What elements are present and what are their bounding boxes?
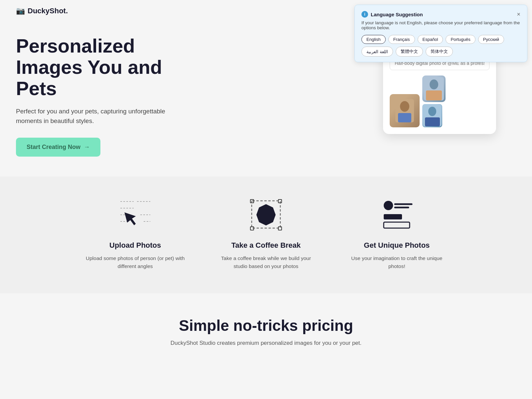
popup-header: i Language Suggestion × [361, 11, 520, 18]
language-option-简体中文[interactable]: 简体中文 [426, 47, 453, 57]
svg-point-23 [384, 201, 393, 210]
language-option-اللغة-العربية[interactable]: اللغة العربية [361, 47, 393, 57]
step-coffee-title: Take a Coffee Break [214, 241, 318, 250]
popup-body-text: If your language is not English, please … [361, 20, 520, 30]
camera-icon: 📷 [16, 7, 25, 15]
step-coffee: Take a Coffee Break Take a coffee break … [214, 197, 318, 270]
coffee-icon [246, 197, 286, 233]
language-option-português[interactable]: Português [446, 35, 475, 44]
language-options: EnglishFrançaisEspañolPortuguêsРусскийال… [361, 35, 520, 57]
close-popup-button[interactable]: × [517, 11, 520, 17]
language-option-français[interactable]: Français [388, 35, 415, 44]
svg-rect-27 [384, 222, 410, 228]
step-upload: Upload Photos Upload some photos of pers… [83, 197, 187, 270]
svg-point-1 [400, 101, 409, 112]
language-option-english[interactable]: English [361, 35, 386, 44]
svg-rect-5 [426, 90, 442, 100]
arrow-icon: → [84, 144, 90, 151]
svg-point-7 [428, 107, 436, 116]
svg-marker-16 [124, 210, 138, 227]
hero-subtitle: Perfect for you and your pets, capturing… [16, 107, 182, 126]
svg-rect-8 [425, 117, 440, 126]
info-icon: i [361, 11, 368, 18]
hero-title: Personalized Images You and Pets [16, 35, 182, 99]
pricing-subtitle: DuckyShot Studio creates premium persona… [16, 340, 516, 346]
cta-label: Start Creating Now [27, 144, 80, 151]
photo-thumb-2 [422, 75, 446, 102]
upload-icon [115, 197, 155, 233]
demo-photos [390, 75, 489, 127]
pricing-title: Simple no-tricks pricing [16, 317, 516, 334]
steps-section: Upload Photos Upload some photos of pers… [0, 177, 532, 293]
steps-grid: Upload Photos Upload some photos of pers… [83, 197, 449, 270]
step-unique: Get Unique Photos Use your imagination t… [345, 197, 449, 270]
step-unique-desc: Use your imagination to craft the unique… [345, 254, 449, 270]
step-coffee-desc: Take a coffee break while we build your … [214, 254, 318, 270]
popup-title-text: Language Suggestion [371, 12, 423, 17]
hero-left: Personalized Images You and Pets Perfect… [16, 35, 182, 157]
step-upload-desc: Upload some photos of person (or pet) wi… [83, 254, 187, 270]
unique-icon [377, 197, 417, 233]
step-upload-title: Upload Photos [83, 241, 187, 250]
svg-rect-2 [398, 113, 411, 122]
language-suggestion-popup: i Language Suggestion × If your language… [354, 5, 527, 62]
svg-rect-26 [384, 214, 402, 219]
logo[interactable]: 📷 DuckyShot. [16, 7, 68, 15]
language-option-русский[interactable]: Русский [478, 35, 504, 44]
step-unique-title: Get Unique Photos [345, 241, 449, 250]
language-option-繁體中文[interactable]: 繁體中文 [396, 47, 423, 57]
photo-thumb-3 [422, 104, 442, 127]
photo-thumb-1 [390, 94, 420, 127]
svg-point-4 [430, 79, 438, 89]
popup-title: i Language Suggestion [361, 11, 423, 18]
svg-marker-22 [256, 204, 276, 225]
pricing-section: Simple no-tricks pricing DuckyShot Studi… [0, 293, 532, 366]
logo-text: DuckyShot. [28, 7, 68, 15]
start-creating-button[interactable]: Start Creating Now → [16, 138, 100, 157]
language-option-español[interactable]: Español [418, 35, 443, 44]
